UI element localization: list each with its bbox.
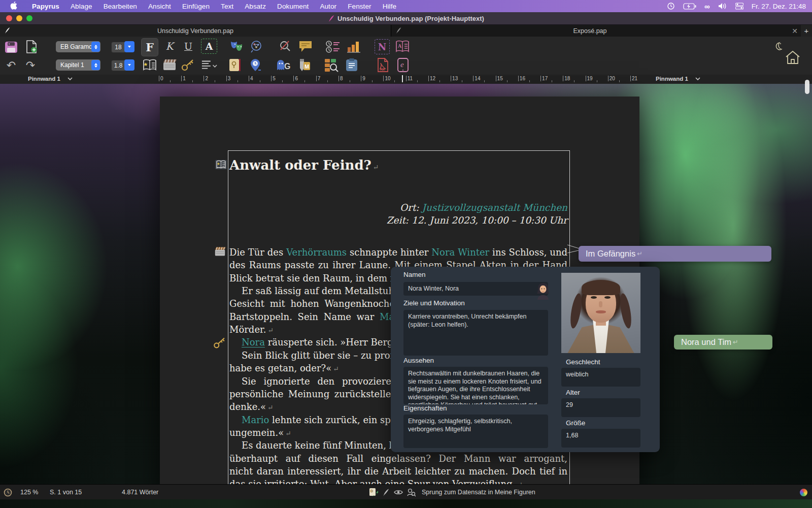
menu-autor[interactable]: Autor: [320, 3, 336, 10]
age-field[interactable]: 29: [561, 398, 640, 417]
menu-absatz[interactable]: Absatz: [245, 3, 266, 10]
sticky-note-nora-und-tim[interactable]: Nora und Tim↵: [674, 335, 772, 350]
menu-fenster[interactable]: Fenster: [348, 3, 371, 10]
sticky-note-im-gefängnis[interactable]: Im Gefängnis↵: [579, 246, 771, 262]
char-style-icon[interactable]: A: [201, 39, 217, 54]
marker-m-icon[interactable]: M: [296, 57, 312, 73]
bold-button[interactable]: F: [142, 39, 158, 56]
quill-icon[interactable]: [382, 485, 389, 500]
traits-textarea[interactable]: Ehrgeizig, schlagfertig, selbstkritisch,…: [403, 415, 548, 448]
color-sphere-icon[interactable]: [800, 485, 807, 500]
document-line[interactable]: habe es getan, oder?«↵: [229, 362, 339, 374]
infinity-icon[interactable]: ∞: [704, 2, 710, 11]
menu-hilfe[interactable]: Hilfe: [383, 3, 397, 10]
ghost-icon[interactable]: G: [276, 57, 292, 73]
link-text[interactable]: Mario: [242, 415, 269, 425]
word-count[interactable]: 4.871 Wörter: [122, 485, 158, 500]
masks-icon[interactable]: [228, 39, 245, 54]
zoom-window-button[interactable]: [26, 15, 32, 21]
tab-close-icon[interactable]: ✕: [789, 25, 801, 37]
ebook-icon[interactable]: e: [395, 57, 411, 73]
tab-unschuldig-verbunden[interactable]: Unschuldig Verbunden.pap: [0, 25, 391, 37]
time-machine-icon[interactable]: [667, 2, 675, 10]
key-icon[interactable]: [180, 57, 196, 73]
menu-ansicht[interactable]: Ansicht: [148, 3, 171, 10]
scene-clapper-icon[interactable]: [214, 246, 226, 259]
dark-mode-moon-icon[interactable]: [773, 42, 783, 52]
menu-ablage[interactable]: Ablage: [71, 3, 92, 10]
underline-button[interactable]: U: [180, 39, 196, 54]
document-line[interactable]: Mörder.↵: [229, 323, 274, 336]
link-text[interactable]: Verhörraums: [286, 247, 347, 258]
height-field[interactable]: 1,68: [561, 429, 640, 448]
comment-icon[interactable]: [297, 39, 314, 54]
undo-icon[interactable]: ↶: [3, 57, 19, 73]
name-input[interactable]: Nora Winter, Nora: [403, 282, 548, 296]
character-panel[interactable]: Namen Nora Winter, Nora Ziele und Motiva…: [391, 267, 660, 452]
style-book-icon[interactable]: A: [394, 39, 411, 54]
scene-clapper-icon[interactable]: [161, 57, 178, 73]
menu-bearbeiten[interactable]: Bearbeiten: [104, 3, 137, 10]
pinboard-select-left[interactable]: Pinnwand 1: [28, 76, 73, 82]
menu-einfügen[interactable]: Einfügen: [182, 3, 210, 10]
idea-web-icon[interactable]: [248, 39, 264, 54]
volume-icon[interactable]: [718, 3, 727, 10]
event-list-icon[interactable]: [325, 39, 341, 54]
save-icon[interactable]: [3, 40, 19, 55]
jump-document-icon[interactable]: D: [369, 485, 378, 500]
apple-menu-icon[interactable]: [10, 2, 17, 11]
link-text[interactable]: Nora Winter: [431, 247, 489, 258]
document-line[interactable]: nicht daran interessiert, ihr die Arbeit…: [229, 465, 567, 478]
menu-papyrus[interactable]: Papyrus: [32, 3, 59, 10]
line-spacing-dropdown[interactable]: [124, 59, 134, 71]
document-meta-line[interactable]: Ort: Justizvollzugsanstalt München: [229, 201, 567, 214]
paragraph-style-select[interactable]: Kapitel 1: [56, 59, 100, 71]
gender-field[interactable]: weiblich: [561, 368, 640, 387]
document-line[interactable]: ungemein.«↵: [229, 426, 291, 439]
link-text[interactable]: Nora: [242, 337, 265, 347]
menubar-clock[interactable]: Fr. 27. Dez. 21:48: [752, 3, 806, 10]
chart-icon[interactable]: [346, 39, 362, 54]
font-select[interactable]: EB Garamo...: [56, 41, 100, 52]
pdf-icon[interactable]: PDF: [375, 57, 391, 73]
pinboard-content[interactable]: Anwalt oder Feind?↵ Ort: Justizvollzugsa…: [0, 84, 812, 499]
location-pin-icon[interactable]: [247, 57, 263, 73]
battery-charging-icon[interactable]: [683, 3, 696, 10]
address-book-icon[interactable]: [227, 57, 243, 73]
notes-n-icon[interactable]: N: [375, 39, 390, 54]
document-line[interactable]: denke.«↵: [229, 400, 274, 413]
menu-dokument[interactable]: Dokument: [277, 3, 309, 10]
redo-icon[interactable]: ↷: [22, 57, 39, 73]
figure-search-icon[interactable]: [407, 485, 416, 500]
goals-textarea[interactable]: Karriere vorantreiben, Unrecht bekämpfen…: [403, 310, 548, 356]
minimize-window-button[interactable]: [16, 15, 22, 21]
close-window-button[interactable]: [6, 15, 12, 21]
new-document-icon[interactable]: [23, 39, 40, 54]
eye-icon[interactable]: [394, 485, 403, 500]
pinboard-select-right[interactable]: Pinnwand 1: [656, 76, 700, 82]
menu-text[interactable]: Text: [221, 3, 233, 10]
appearance-textarea[interactable]: Rechtsanwältin mit dunkelbraunen Haaren,…: [403, 367, 548, 404]
clipboard-icon[interactable]: [344, 57, 360, 73]
document-heading[interactable]: Anwalt oder Feind?↵: [229, 157, 379, 173]
list-icon[interactable]: [201, 57, 217, 73]
chapter-book-icon[interactable]: [215, 159, 227, 172]
key-icon[interactable]: [213, 336, 227, 351]
control-center-icon[interactable]: [735, 3, 743, 10]
search-icon[interactable]: [277, 39, 293, 54]
zoom-level[interactable]: 125 %: [20, 485, 38, 500]
line-spacing-field[interactable]: 1.8: [111, 60, 125, 71]
woman-portrait-photo[interactable]: [561, 273, 640, 353]
link-text[interactable]: Justizvollzugsanstalt München: [422, 202, 567, 213]
database-search-icon[interactable]: [323, 57, 340, 73]
font-size-field[interactable]: 18: [111, 42, 125, 53]
document-line[interactable]: Es dauerte keine fünf Minuten, bis N: [242, 439, 414, 452]
vertical-scrollbar-thumb[interactable]: [805, 80, 809, 94]
page-indicator[interactable]: S. 1 von 15: [50, 485, 82, 500]
document-line[interactable]: Die Tür des Verhörraums schnappte hinter…: [229, 246, 567, 259]
chapter-book-icon[interactable]: [142, 57, 158, 73]
home-icon[interactable]: [785, 50, 801, 67]
italic-button[interactable]: K: [161, 39, 178, 54]
font-size-dropdown[interactable]: [124, 41, 134, 52]
document-line[interactable]: überhaupt auf diesen Fall eingelassen? D…: [229, 452, 567, 465]
